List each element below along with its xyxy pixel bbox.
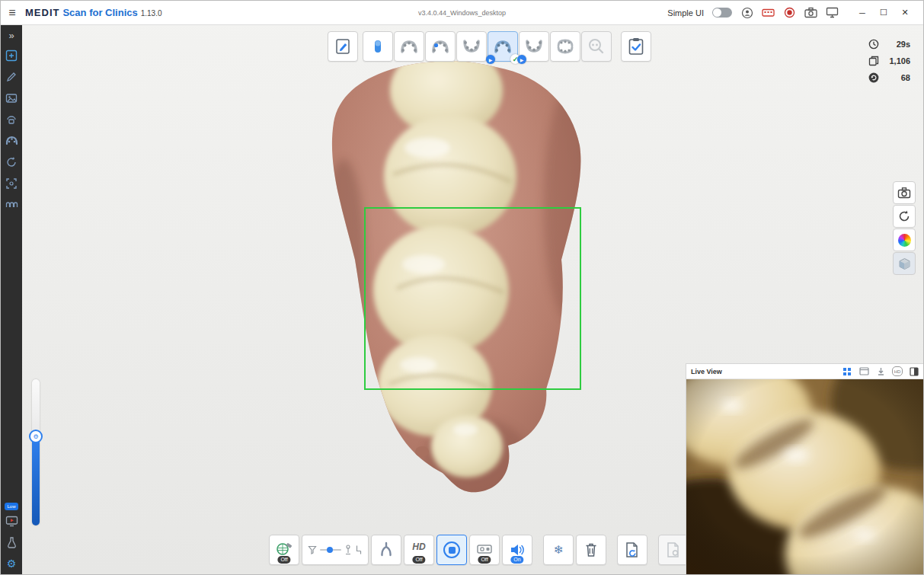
reset-rotate-icon — [897, 209, 911, 223]
scan-stats: 29s 1,106 68 — [868, 36, 910, 86]
undo-count-row: 68 — [868, 69, 910, 86]
tooth-scan-button[interactable] — [425, 31, 456, 62]
export-case-button[interactable] — [658, 535, 689, 565]
texture-cube-icon — [898, 257, 911, 270]
record-icon[interactable] — [783, 6, 796, 19]
active-scan-stage-button[interactable]: ▶ ✓ — [488, 31, 518, 62]
display-icon[interactable] — [826, 6, 839, 19]
remote-control-button[interactable]: Off — [469, 535, 500, 565]
scanner-settings-button[interactable]: Off — [269, 535, 299, 565]
denture-icon[interactable] — [1, 130, 22, 152]
treatment-form-button[interactable] — [328, 31, 358, 62]
stop-icon — [443, 541, 460, 558]
scan-stage-toolbar: ▶ ✓ ▶ — [328, 31, 652, 62]
redo-circle-icon — [868, 72, 879, 83]
live-view-header: Live View HD — [686, 364, 924, 379]
screenshot-camera-icon[interactable] — [804, 6, 817, 19]
reset-view-button[interactable] — [893, 205, 916, 228]
prep-scan-button[interactable] — [363, 31, 393, 62]
hd-toggle-button[interactable]: HD Off — [404, 535, 434, 565]
app-name: Scan for Clinics — [62, 7, 137, 18]
color-mode-button[interactable] — [893, 228, 916, 251]
live-camera-feed — [686, 379, 924, 575]
filter-slider-knob[interactable] — [327, 547, 333, 553]
lab-tools-icon[interactable] — [1, 532, 22, 553]
frames-icon — [868, 56, 879, 66]
sound-icon — [509, 542, 526, 557]
hd-label: HD — [412, 541, 425, 552]
scan-control-toolbar: Off HD Off Off On ❄ — [269, 535, 691, 565]
image-capture-icon[interactable] — [1, 88, 22, 109]
scan-time-value: 29s — [884, 40, 910, 49]
scan-count-value: 1,106 — [884, 56, 910, 65]
scan-strategy-icon[interactable] — [1, 45, 22, 66]
live-view-title: Live View — [691, 368, 722, 375]
bite-aid-button[interactable] — [371, 535, 401, 565]
menu-icon[interactable]: ≡ — [1, 6, 24, 20]
scan-review-button[interactable] — [581, 31, 612, 62]
bite-play-badge-icon: ▶ — [517, 55, 526, 64]
lock-data-icon[interactable] — [1, 109, 22, 130]
maximize-button[interactable]: ☐ — [873, 2, 894, 24]
window-controls: ─ ☐ ✕ — [852, 2, 916, 24]
expand-sidebar-icon[interactable]: » — [1, 25, 22, 45]
simple-ui-label: Simple UI — [667, 8, 704, 18]
view-tools — [893, 181, 916, 275]
trash-icon — [584, 542, 598, 557]
medit-scan-app: ≡ MEDIT Scan for Clinics 1.13.0 v3.4.0.4… — [0, 0, 924, 575]
delete-button[interactable] — [576, 535, 606, 565]
tutorial-video-icon[interactable] — [1, 510, 22, 532]
occlusion-button[interactable] — [550, 31, 580, 62]
capture-screenshot-button[interactable] — [893, 181, 916, 204]
brand-logo: MEDIT — [25, 7, 59, 18]
close-button[interactable]: ✕ — [894, 2, 916, 24]
sound-on-badge: On — [510, 556, 523, 564]
color-wheel-icon — [898, 234, 911, 247]
build-version: v3.4.0.44_Windows_desktop — [418, 9, 506, 17]
selection-rectangle[interactable] — [364, 207, 581, 390]
dock-panel-icon[interactable] — [875, 366, 886, 376]
titlebar: ≡ MEDIT Scan for Clinics 1.13.0 v3.4.0.4… — [1, 1, 923, 25]
lower-jaw-button[interactable] — [456, 31, 487, 62]
live-hd-icon[interactable]: HD — [892, 366, 903, 376]
upper-jaw-button[interactable] — [394, 31, 424, 62]
stop-scan-button[interactable] — [436, 535, 467, 565]
scan-time-row: 29s — [868, 36, 910, 53]
contrast-view-icon[interactable] — [909, 366, 919, 376]
calibration-stand-icon — [344, 545, 352, 555]
camera-icon — [897, 187, 911, 199]
support-icon[interactable] — [740, 6, 753, 19]
sound-toggle-button[interactable]: On — [502, 535, 532, 565]
bite-scan-button[interactable]: ▶ — [519, 31, 549, 62]
stage-play-badge-icon: ▶ — [486, 55, 495, 64]
new-scan-button[interactable] — [617, 535, 647, 565]
chair-icon — [355, 545, 363, 555]
edit-scan-icon[interactable] — [1, 66, 22, 88]
popout-window-icon[interactable] — [858, 366, 869, 376]
minimize-button[interactable]: ─ — [852, 2, 873, 24]
filter-slider-track[interactable] — [320, 549, 341, 551]
app-version: 1.13.0 — [141, 9, 162, 18]
filter-icon — [308, 545, 317, 554]
document-export-icon — [666, 541, 681, 558]
remote-keypad-icon[interactable] — [762, 6, 775, 19]
scan-count-row: 1,106 — [868, 53, 910, 69]
titlebar-controls: Simple UI ─ ☐ ✕ — [667, 2, 923, 24]
freeze-button[interactable]: ❄ — [543, 535, 574, 565]
depth-slider[interactable]: ⚙ — [32, 379, 40, 525]
undo-count-value: 68 — [884, 73, 910, 82]
teeth-row-icon[interactable] — [1, 194, 22, 216]
clock-icon — [868, 39, 879, 50]
crop-scan-icon[interactable] — [1, 173, 22, 194]
depth-slider-handle[interactable]: ⚙ — [29, 430, 43, 443]
simple-ui-toggle[interactable] — [712, 8, 732, 18]
grid-view-icon[interactable] — [842, 366, 852, 376]
complete-scan-button[interactable] — [621, 31, 651, 62]
settings-gear-icon[interactable]: ⚙ — [1, 553, 22, 574]
app-title: MEDIT Scan for Clinics 1.13.0 — [25, 7, 162, 18]
filter-slider-control[interactable] — [302, 535, 369, 565]
mouthpiece-icon — [379, 541, 394, 558]
texture-mode-button[interactable] — [893, 252, 916, 275]
rotate-model-icon[interactable] — [1, 152, 22, 173]
sidebar-bottom-group: ⚙ — [1, 510, 22, 574]
